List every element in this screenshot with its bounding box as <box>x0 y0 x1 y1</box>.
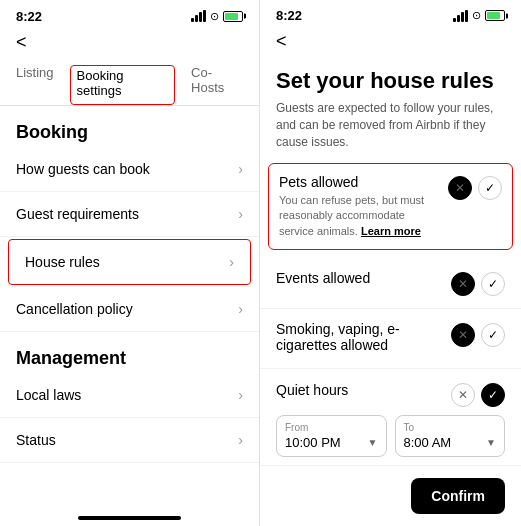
left-status-bar: 8:22 ⊙ <box>0 0 259 28</box>
smoking-allow-button[interactable]: ✓ <box>481 323 505 347</box>
right-back-button[interactable]: < <box>260 27 521 60</box>
tab-booking-settings[interactable]: Booking settings <box>70 65 175 105</box>
battery-icon <box>485 10 505 21</box>
from-chevron-icon: ▼ <box>368 437 378 448</box>
to-time-picker[interactable]: To 8:00 AM ▼ <box>395 415 506 457</box>
page-subtitle: Guests are expected to follow your rules… <box>260 100 521 162</box>
right-status-icons: ⊙ <box>453 9 505 22</box>
booking-section-heading: Booking <box>0 106 259 147</box>
confirm-row: Confirm <box>260 466 521 522</box>
rule-events-text: Events allowed <box>276 270 451 289</box>
right-phone-panel: 8:22 ⊙ < Set your house rules Guests are… <box>260 0 521 526</box>
events-controls: ✕ ✓ <box>451 272 505 296</box>
smoking-disallow-button[interactable]: ✕ <box>451 323 475 347</box>
battery-icon <box>223 11 243 22</box>
to-value-row: 8:00 AM ▼ <box>404 435 497 450</box>
rule-item-pets-allowed: Pets allowed You can refuse pets, but mu… <box>268 163 513 250</box>
smoking-controls: ✕ ✓ <box>451 323 505 347</box>
quiet-hours-section: Quiet hours ✕ ✓ From 10:00 PM ▼ To 8:00 … <box>260 369 521 466</box>
from-time-picker[interactable]: From 10:00 PM ▼ <box>276 415 387 457</box>
chevron-icon: › <box>238 161 243 177</box>
left-phone-panel: 8:22 ⊙ < Listing Booking settings Co-Hos… <box>0 0 260 526</box>
left-status-time: 8:22 <box>16 9 42 24</box>
quiet-hours-label: Quiet hours <box>276 382 348 398</box>
pets-allow-button[interactable]: ✓ <box>478 176 502 200</box>
menu-item-cancellation-policy[interactable]: Cancellation policy › <box>0 287 259 332</box>
rule-pets-text: Pets allowed You can refuse pets, but mu… <box>279 174 448 239</box>
chevron-icon: › <box>229 254 234 270</box>
from-value-row: 10:00 PM ▼ <box>285 435 378 450</box>
pets-disallow-button[interactable]: ✕ <box>448 176 472 200</box>
pets-controls: ✕ ✓ <box>448 176 502 200</box>
learn-more-link[interactable]: Learn more <box>361 225 421 237</box>
to-label: To <box>404 422 497 433</box>
left-status-icons: ⊙ <box>191 10 243 23</box>
quiet-hours-disallow-button[interactable]: ✕ <box>451 383 475 407</box>
right-status-time: 8:22 <box>276 8 302 23</box>
chevron-icon: › <box>238 206 243 222</box>
chevron-icon: › <box>238 387 243 403</box>
events-disallow-button[interactable]: ✕ <box>451 272 475 296</box>
tab-co-hosts[interactable]: Co-Hosts <box>191 65 243 105</box>
left-back-button[interactable]: < <box>0 28 259 61</box>
from-time-value: 10:00 PM <box>285 435 341 450</box>
rule-item-smoking: Smoking, vaping, e-cigarettes allowed ✕ … <box>260 309 521 369</box>
menu-item-status[interactable]: Status › <box>0 418 259 463</box>
management-section-heading: Management <box>0 332 259 373</box>
time-row: From 10:00 PM ▼ To 8:00 AM ▼ <box>276 415 505 457</box>
quiet-hours-allow-button[interactable]: ✓ <box>481 383 505 407</box>
tab-listing[interactable]: Listing <box>16 65 54 105</box>
menu-item-guest-requirements[interactable]: Guest requirements › <box>0 192 259 237</box>
from-label: From <box>285 422 378 433</box>
menu-item-how-guests-book[interactable]: How guests can book › <box>0 147 259 192</box>
booking-tabs: Listing Booking settings Co-Hosts <box>0 61 259 106</box>
rule-item-events-allowed: Events allowed ✕ ✓ <box>260 258 521 309</box>
home-indicator <box>78 516 182 520</box>
signal-icon <box>453 10 468 22</box>
chevron-icon: › <box>238 432 243 448</box>
events-allow-button[interactable]: ✓ <box>481 272 505 296</box>
rule-pets-desc: You can refuse pets, but must reasonably… <box>279 193 440 239</box>
chevron-icon: › <box>238 301 243 317</box>
to-time-value: 8:00 AM <box>404 435 452 450</box>
signal-icon <box>191 10 206 22</box>
right-status-bar: 8:22 ⊙ <box>260 0 521 27</box>
quiet-hours-controls: ✕ ✓ <box>451 383 505 407</box>
rule-smoking-text: Smoking, vaping, e-cigarettes allowed <box>276 321 451 356</box>
wifi-icon: ⊙ <box>472 9 481 22</box>
wifi-icon: ⊙ <box>210 10 219 23</box>
to-chevron-icon: ▼ <box>486 437 496 448</box>
menu-item-house-rules[interactable]: House rules › <box>8 239 251 285</box>
page-title: Set your house rules <box>260 60 521 100</box>
confirm-button[interactable]: Confirm <box>411 478 505 514</box>
menu-item-local-laws[interactable]: Local laws › <box>0 373 259 418</box>
